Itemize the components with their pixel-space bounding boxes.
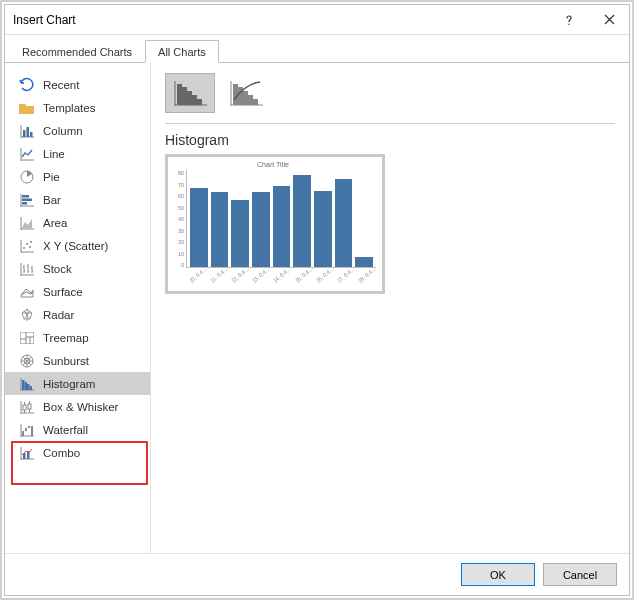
sidebar-item-label: Sunburst [43,355,89,367]
dialog-title: Insert Chart [5,13,549,27]
sidebar-item-label: Surface [43,286,83,298]
bar-icon [19,192,34,207]
sidebar-item-column[interactable]: Column [5,119,150,142]
subtype-histogram[interactable] [165,73,215,113]
svg-rect-11 [20,332,34,344]
chart-preview[interactable]: Chart Title 80706050403020100 [0, 0.4…[1… [165,154,385,294]
dialog-body: Recent Templates Column Line Pie Bar [5,63,629,553]
sidebar-item-area[interactable]: Area [5,211,150,234]
tab-all-charts[interactable]: All Charts [145,40,219,63]
sidebar-item-treemap[interactable]: Treemap [5,326,150,349]
sidebar-item-histogram[interactable]: Histogram [5,372,150,395]
templates-icon [19,100,34,115]
sidebar-item-label: Recent [43,79,79,91]
svg-rect-20 [22,431,24,436]
chart-bar [231,200,249,267]
area-icon [19,215,34,230]
svg-rect-33 [243,91,248,105]
sidebar-item-templates[interactable]: Templates [5,96,150,119]
sidebar-item-radar[interactable]: Radar [5,303,150,326]
chart-subtype-row [165,73,615,124]
chart-bar [190,188,208,267]
pie-icon [19,169,34,184]
close-button[interactable] [589,5,629,35]
sidebar-item-recent[interactable]: Recent [5,73,150,96]
main-panel: Histogram Chart Title 80706050403020100 … [151,63,629,553]
svg-rect-18 [23,405,26,410]
sidebar-item-bar[interactable]: Bar [5,188,150,211]
surface-icon [19,284,34,299]
cancel-button[interactable]: Cancel [543,563,617,586]
svg-rect-1 [27,127,30,137]
svg-point-7 [23,247,25,249]
sidebar-item-combo[interactable]: Combo [5,441,150,464]
svg-rect-30 [197,99,202,105]
sidebar-item-label: Combo [43,447,80,459]
radar-icon [19,307,34,322]
sidebar-item-scatter[interactable]: X Y (Scatter) [5,234,150,257]
tab-bar: Recommended Charts All Charts [5,35,629,63]
waterfall-icon [19,422,34,437]
svg-rect-21 [25,428,27,431]
stock-icon [19,261,34,276]
sidebar-item-label: Line [43,148,65,160]
svg-rect-35 [253,99,258,105]
svg-rect-4 [22,195,29,198]
sidebar-item-label: Pie [43,171,60,183]
column-icon [19,123,34,138]
svg-point-9 [29,246,31,248]
sidebar-item-label: Box & Whisker [43,401,118,413]
sidebar-item-waterfall[interactable]: Waterfall [5,418,150,441]
svg-rect-26 [177,84,182,105]
chart-bar [252,192,270,267]
chart-bar [293,175,311,267]
sidebar-item-label: Stock [43,263,72,275]
sidebar-item-sunburst[interactable]: Sunburst [5,349,150,372]
svg-rect-17 [30,386,33,390]
sidebar-item-surface[interactable]: Surface [5,280,150,303]
svg-rect-2 [30,132,33,137]
sidebar-item-stock[interactable]: Stock [5,257,150,280]
recent-icon [19,77,34,92]
chart-bar [355,257,373,267]
svg-rect-22 [28,426,30,428]
help-button[interactable] [549,5,589,35]
line-icon [19,146,34,161]
chart-bar [211,192,229,267]
sidebar-item-label: Histogram [43,378,95,390]
help-icon [563,14,575,26]
chart-plot-area: 80706050403020100 [170,170,376,268]
sidebar-item-box-whisker[interactable]: Box & Whisker [5,395,150,418]
y-axis-labels: 80706050403020100 [170,170,186,268]
svg-rect-16 [27,384,30,390]
box-whisker-icon [19,399,34,414]
sidebar-item-line[interactable]: Line [5,142,150,165]
svg-rect-6 [22,202,27,205]
sidebar-item-label: Waterfall [43,424,88,436]
svg-point-8 [26,243,28,245]
svg-rect-27 [182,87,187,105]
sidebar-item-label: Bar [43,194,61,206]
sidebar-item-pie[interactable]: Pie [5,165,150,188]
subtype-pareto[interactable] [221,73,271,113]
sidebar-item-label: X Y (Scatter) [43,240,108,252]
chart-bar [335,179,353,268]
sidebar-item-label: Templates [43,102,95,114]
x-axis-labels: [0, 0.4…[1, 0.4…[2, 0.4…[3, 0.4…[4, 0.4…… [186,268,376,278]
ok-button[interactable]: OK [461,563,535,586]
subtype-histogram-icon [171,78,209,108]
histogram-icon [19,376,34,391]
svg-rect-14 [22,380,25,390]
svg-rect-5 [22,198,32,201]
svg-rect-29 [192,95,197,105]
svg-rect-15 [25,382,28,390]
scatter-icon [19,238,34,253]
sidebar-item-label: Column [43,125,83,137]
dialog-footer: OK Cancel [5,553,629,595]
title-bar: Insert Chart [5,5,629,35]
subtype-pareto-icon [227,78,265,108]
tab-recommended[interactable]: Recommended Charts [9,40,145,63]
insert-chart-dialog: Insert Chart Recommended Charts All Char… [4,4,630,596]
sunburst-icon [19,353,34,368]
svg-rect-23 [31,426,33,436]
